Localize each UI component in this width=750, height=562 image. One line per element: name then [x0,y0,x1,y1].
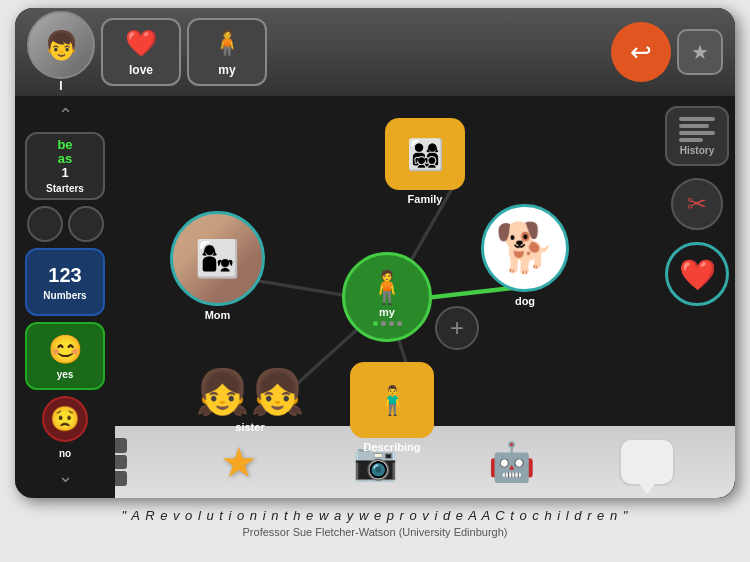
dog-photo: 🐕 [481,204,569,292]
no-label: no [59,448,71,459]
sidebar-item-starters[interactable]: be as 1 Starters [25,132,105,200]
sister-icon: 👧👧 [195,366,305,418]
footer-author: Professor Sue Fletcher-Watson (Universit… [0,526,750,538]
speech-button[interactable] [619,434,675,490]
family-icon: 👨‍👩‍👧‍👦 [407,137,444,172]
back-arrow-icon: ↩ [630,37,652,68]
starters-label: Starters [46,183,84,194]
history-button[interactable]: History [665,106,729,166]
no-frown-icon: 😟 [50,405,80,433]
numbers-label: Numbers [43,290,86,301]
node-sister[interactable]: 👧👧 sister [195,366,305,433]
heart-icon: ❤️ [125,28,157,59]
family-square: 👨‍👩‍👧‍👦 [385,118,465,190]
line-1 [679,117,715,121]
chevron-up-icon: ⌃ [58,105,73,125]
footer: " A R e v o l u t i o n i n t h e w a y … [0,498,750,544]
star-yellow-icon: ★ [220,438,258,487]
line-4 [679,138,703,142]
chevron-down-icon: ⌄ [58,466,73,486]
sentence-word-love[interactable]: ❤️ love [101,18,181,86]
history-lines-icon [679,117,715,142]
yes-label: yes [57,369,74,380]
star-icon: ★ [691,40,709,64]
mom-label: Mom [205,309,231,321]
yes-smiley-icon: 😊 [48,333,83,366]
line-3 [679,131,715,135]
add-node-button[interactable]: + [435,306,479,350]
love-button[interactable]: ❤️ [665,242,729,306]
sister-label: sister [235,421,264,433]
mom-photo: 👩‍👧 [170,211,265,306]
node-mom[interactable]: 👩‍👧 Mom [170,211,265,321]
scissors-button[interactable]: ✂ [671,178,723,230]
sidebar-empty-row [27,206,104,242]
sentence-word-i[interactable]: 👦 I [27,11,95,93]
favorite-button[interactable]: ★ [677,29,723,75]
family-label: Family [408,193,443,205]
robot-button[interactable]: 🤖 [483,434,539,490]
history-label: History [680,145,714,156]
sentence-word-my[interactable]: 🧍 my [187,18,267,86]
dot-2 [381,321,386,326]
describing-square: 🧍‍♂️ [350,362,434,438]
sidebar-item-numbers[interactable]: 123 Numbers [25,248,105,316]
node-describing[interactable]: 🧍‍♂️ Describing [350,362,434,453]
scroll-up-button[interactable]: ⌃ [58,104,73,126]
left-sidebar: ⌃ be as 1 Starters 123 Numbers [15,96,115,498]
line-2 [679,124,709,128]
empty-circle-2 [68,206,104,242]
describing-label: Describing [364,441,421,453]
one-text: 1 [61,166,68,180]
star-button[interactable]: ★ [211,434,267,490]
robot-icon: 🤖 [488,440,535,484]
word-i-label: I [59,79,62,93]
dot-1 [373,321,378,326]
scissors-icon: ✂ [687,190,707,218]
app-container: 👦 I ❤️ love 🧍 my ↩ ★ ⌃ [15,8,735,498]
person-icon: 🧍 [211,28,243,59]
word-my-label: my [218,63,235,77]
sidebar-item-no[interactable]: 😟 [42,396,88,442]
node-dog[interactable]: 🐕 dog [481,204,569,307]
word-love-label: love [129,63,153,77]
as-text: as [58,152,72,166]
be-text: be [57,138,72,152]
center-node-label: my [379,306,395,318]
dot-3 [389,321,394,326]
plus-icon: + [450,314,464,342]
sentence-bar: 👦 I ❤️ love 🧍 my ↩ ★ [15,8,735,96]
heart-icon: ❤️ [679,257,716,292]
center-person-icon: 🧍 [367,268,407,306]
empty-circle-1 [27,206,63,242]
footer-quote: " A R e v o l u t i o n i n t h e w a y … [0,508,750,523]
user-avatar: 👦 [27,11,95,79]
scroll-down-button[interactable]: ⌄ [58,465,73,487]
sidebar-item-yes[interactable]: 😊 yes [25,322,105,390]
node-family[interactable]: 👨‍👩‍👧‍👦 Family [385,118,465,205]
back-button[interactable]: ↩ [611,22,671,82]
dot-4 [397,321,402,326]
speech-bubble-icon [619,438,675,486]
dog-label: dog [515,295,535,307]
center-node-my[interactable]: 🧍 my [342,252,432,342]
describing-icon: 🧍‍♂️ [375,384,410,417]
numbers-icon: 123 [48,264,81,287]
